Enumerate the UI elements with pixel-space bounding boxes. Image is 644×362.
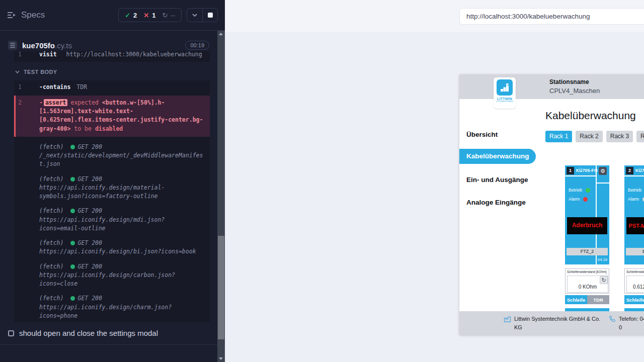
check-icon: ✓ — [125, 12, 130, 19]
screen: Specs ✓2 ✕1 ↻-- kue705fo .cy.ts 00:19 1 … — [0, 0, 644, 362]
scrollbar-thumb[interactable] — [218, 236, 224, 339]
tab-rack-3[interactable]: Rack 3 — [606, 131, 633, 142]
betrieb-label: Betrieb — [628, 188, 641, 193]
browser-toolbar: http://localhost:3000/kabelueberwachung … — [225, 0, 644, 32]
runner-controls — [187, 8, 218, 22]
sidebar-item-ein-und-ausgaenge[interactable]: Ein- und Ausgänge — [466, 176, 528, 184]
chevron-down-icon — [15, 70, 20, 73]
sidebar-item-kabelueberwachung[interactable]: Kabelüberwachung — [459, 149, 536, 164]
device-card-1: 1 KÜ705-FO ⚙ Betrieb Alarm Aderbruch FTZ… — [565, 165, 609, 316]
fetch-log-entry: (fetch)GET 200https://api.iconify.design… — [14, 262, 210, 289]
status-display: PST-M prüfen — [626, 217, 644, 234]
url-text: http://localhost:3000/kabelueberwachung — [466, 13, 590, 20]
device-number: 2 — [626, 167, 633, 174]
scroll-up-arrow[interactable] — [219, 33, 223, 35]
footer-company: Littwin Systemtechnik GmbH & Co. KG — [504, 315, 604, 331]
stop-icon — [208, 13, 213, 18]
status-dot-icon — [70, 145, 75, 149]
command-arg: http://localhost:3000/kabelueberwachung — [66, 51, 202, 58]
commands-block: 1-containsTDR 2-assertexpected <button.w… — [14, 80, 210, 322]
app-header: Stationsname CPLV4_Maschen ⚙ Abmelden — [459, 74, 644, 99]
collapse-button[interactable] — [187, 9, 202, 22]
resistance-value-box: ↻ 0 KOhm — [567, 276, 608, 293]
factory-icon — [504, 315, 511, 323]
fetch-log-entry: (fetch)GET 200https://api.iconify.design… — [14, 175, 210, 201]
runner-header: Specs ✓2 ✕1 ↻-- — [0, 0, 225, 31]
cypress-runner-panel: Specs ✓2 ✕1 ↻-- kue705fo .cy.ts 00:19 1 … — [0, 0, 225, 362]
device-number: 1 — [567, 167, 574, 174]
device-settings-button[interactable]: ⚙ — [599, 167, 607, 175]
device-model: KÜ705-FO — [576, 168, 598, 173]
spec-file-icon — [8, 41, 17, 50]
resistance-label: Schleifenwiderstand [kOhm] — [566, 269, 609, 275]
fetch-url: https://api.iconify.design/carbon.json?i… — [39, 271, 204, 289]
betrieb-led — [586, 188, 590, 193]
station-label: Stationsname — [549, 78, 589, 85]
passed-stat[interactable]: ✓2 — [125, 12, 137, 19]
stage: Stationsname CPLV4_Maschen ⚙ Abmelden LI… — [225, 32, 644, 362]
stop-button[interactable] — [202, 9, 217, 22]
contains-command[interactable]: 1-containsTDR — [14, 80, 210, 94]
page-title: Kabelüberwachung — [545, 110, 636, 122]
cable-name: FTZ_2 — [567, 248, 608, 255]
betrieb-label: Betrieb — [569, 188, 582, 193]
refresh-icon: ↻ — [601, 277, 606, 283]
url-bar[interactable]: http://localhost:3000/kabelueberwachung — [459, 8, 644, 25]
tab-rack-2[interactable]: Rack 2 — [576, 131, 602, 142]
section-label: TEST BODY — [24, 68, 57, 76]
resistance-value: 0.612 KOhm — [627, 284, 644, 290]
app-footer: Littwin Systemtechnik GmbH & Co. KG Tele… — [459, 311, 644, 335]
tdr-button[interactable]: TDR — [587, 295, 609, 304]
assert-chip: assert — [44, 99, 68, 106]
visit-command[interactable]: 1 visit http://localhost:3000/kabelueber… — [14, 51, 210, 61]
x-icon: ✕ — [143, 12, 149, 19]
spec-name: kue705fo — [22, 41, 55, 50]
rack-tabs: Rack 1 Rack 2 Rack 3 Rack 4 — [545, 131, 644, 142]
resistance-value-box: ↻ 0.612 KOhm — [626, 276, 644, 293]
line-number: 2 — [18, 99, 22, 107]
command-log: 1 visit http://localhost:3000/kabelueber… — [0, 51, 217, 322]
tab-rack-4[interactable]: Rack 4 — [636, 131, 644, 142]
schleife-button[interactable]: Schleife — [565, 295, 587, 304]
command-name: contains — [43, 83, 70, 90]
tab-rack-1[interactable]: Rack 1 — [545, 131, 572, 142]
status-display: Aderbruch — [567, 217, 607, 234]
failed-count: 1 — [152, 12, 155, 19]
sidebar-item-analoge-eingaenge[interactable]: Analoge Eingänge — [466, 199, 526, 206]
footer-phone: Telefon: 04402 972577-0 — [608, 315, 644, 331]
alarm-label: Alarm — [569, 197, 580, 202]
status-text: Aderbruch — [572, 222, 603, 229]
fetch-url: https://api.iconify.design/bi.json?icons… — [39, 247, 204, 256]
refresh-button[interactable]: ↻ — [600, 276, 608, 284]
status-text: PST-M prüfen — [629, 223, 644, 229]
failed-assert-command[interactable]: 2-assertexpected <button.w-[50%].h-[1.56… — [14, 96, 210, 137]
fetch-log-entry: (fetch)GET 200https://api.iconify.design… — [14, 294, 210, 320]
specs-list-icon[interactable] — [7, 12, 16, 19]
spec-extension: .cy.ts — [55, 41, 72, 50]
failed-stat[interactable]: ✕1 — [143, 12, 155, 19]
fetch-log-entry: (fetch)GET 200https://api.iconify.design… — [14, 239, 210, 256]
fetch-url: /_next/static/development/_devMiddleware… — [39, 151, 204, 169]
fetch-log-entry: (fetch)GET 200https://api.iconify.design… — [14, 207, 210, 233]
schleife-button[interactable]: Schleife — [624, 295, 644, 304]
gear-icon: ⚙ — [600, 168, 605, 174]
sidebar-item-uebersicht[interactable]: Übersicht — [466, 131, 498, 138]
test-stats: ✓2 ✕1 ↻-- — [118, 8, 182, 22]
pending-icon: ↻ — [162, 12, 168, 19]
reporter-scrollbar — [217, 31, 225, 362]
fetch-url: https://api.iconify.design/mdi.json?icon… — [39, 216, 204, 233]
resistance-label: Schleifenwiderstand [kOhm] — [625, 269, 644, 275]
command-arg: TDR — [76, 83, 87, 90]
status-dot-icon — [70, 177, 75, 182]
specs-label[interactable]: Specs — [21, 10, 45, 20]
scroll-down-arrow[interactable] — [219, 357, 223, 360]
command-name: visit — [39, 51, 57, 58]
next-test-title: should open and close the settings modal — [19, 329, 158, 337]
device-card-2: 2 KÜ705-FO ⚙ Betrieb Alarm PST-M prüfen … — [624, 165, 644, 316]
pending-stat[interactable]: ↻-- — [162, 12, 175, 19]
company-logo: LITTWIN SYSTEMTECHNIK — [494, 77, 516, 109]
next-test-row[interactable]: should open and close the settings modal — [0, 325, 217, 345]
passed-count: 2 — [133, 12, 137, 19]
test-body-section[interactable]: TEST BODY — [15, 68, 217, 76]
line-number: 1 — [18, 51, 22, 59]
